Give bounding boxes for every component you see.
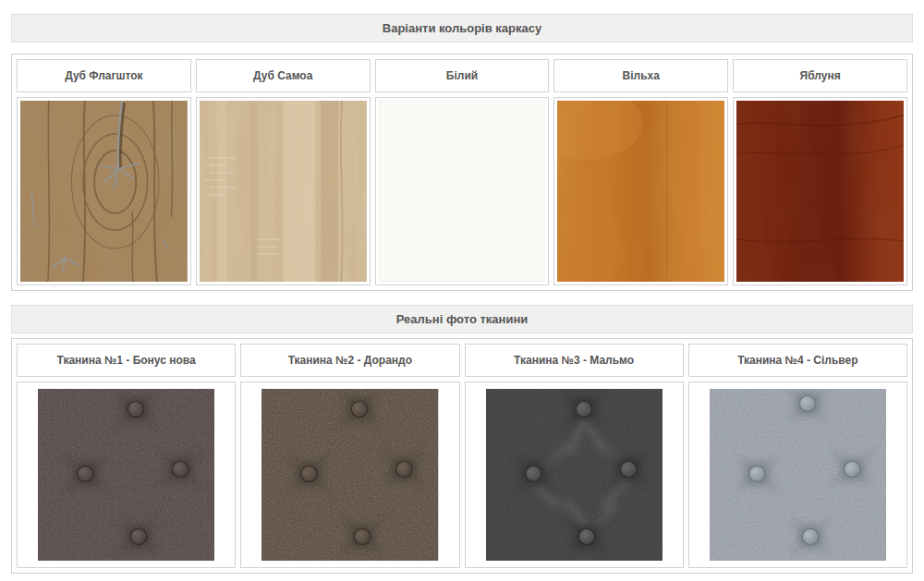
frame-colors-section-title: Варіанти кольорів каркасу (11, 14, 913, 42)
frame-swatch-cell-alder (553, 97, 728, 285)
fabric-swatch-label-dorando: Тканина №2 - Дорандо (240, 344, 459, 377)
fabric-swatch-label-bonus-nova: Тканина №1 - Бонус нова (17, 344, 236, 377)
frame-swatch-label-white: Білий (375, 59, 550, 92)
frame-swatch-label-alder: Вільха (553, 59, 728, 92)
frame-swatch-label-oak-flagstaff: Дуб Флагшток (17, 59, 191, 92)
frame-colors-table: Дуб Флагшток Дуб Самоа Білий Вільха Яблу… (11, 54, 913, 291)
frame-swatch-cell-oak-flagstaff (17, 97, 191, 285)
frame-swatch-label-oak-samoa: Дуб Самоа (196, 59, 371, 92)
white-swatch-image (379, 101, 546, 282)
frame-swatch-cell-oak-samoa (196, 97, 371, 285)
fabric-images-row (17, 381, 907, 568)
fabric-swatch-cell-dorando (240, 381, 459, 568)
oak-samoa-swatch-image (200, 101, 367, 282)
fabric-swatch-label-malmo: Тканина №3 - Мальмо (465, 344, 684, 377)
frame-swatch-cell-white (375, 97, 550, 285)
fabric-silver-photo (710, 389, 886, 561)
frame-swatch-label-apple: Яблуня (733, 59, 907, 92)
frame-swatch-cell-apple (733, 97, 907, 285)
frame-labels-row: Дуб Флагшток Дуб Самоа Білий Вільха Яблу… (17, 59, 907, 92)
oak-flagstaff-swatch-image (20, 101, 188, 282)
product-colors-page: Варіанти кольорів каркасу Дуб Флагшток Д… (0, 0, 924, 574)
fabric-swatch-label-silver: Тканина №4 - Сільвер (688, 344, 907, 377)
fabric-dorando-photo (261, 389, 438, 561)
alder-swatch-image (557, 101, 724, 282)
fabric-swatch-cell-bonus-nova (17, 381, 236, 568)
fabric-malmo-photo (486, 389, 663, 561)
fabric-swatch-cell-silver (688, 381, 907, 568)
fabric-photos-section-title: Реальні фото тканини (11, 305, 913, 333)
fabric-labels-row: Тканина №1 - Бонус нова Тканина №2 - Дор… (17, 344, 907, 377)
frame-images-row (17, 97, 907, 285)
fabric-swatch-cell-malmo (465, 381, 684, 568)
fabric-bonus-nova-photo (38, 389, 214, 561)
apple-swatch-image (736, 101, 904, 282)
fabric-photos-table: Тканина №1 - Бонус нова Тканина №2 - Дор… (11, 338, 913, 574)
